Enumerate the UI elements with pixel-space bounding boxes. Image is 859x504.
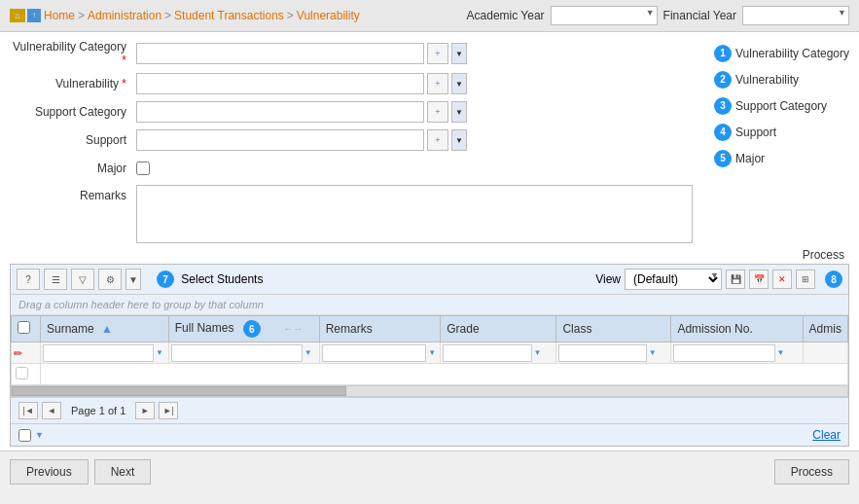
- filter-dropdown-admissionno[interactable]: ▼: [777, 348, 785, 357]
- support-category-dropdown-btn[interactable]: ▼: [451, 101, 467, 123]
- vulnerability-category-add-btn[interactable]: +: [427, 43, 448, 64]
- annotation-label-3: Support Category: [735, 99, 827, 113]
- filter-admissionno-cell: ▼: [671, 342, 803, 364]
- badge-3: 3: [714, 97, 732, 115]
- toolbar-list-btn[interactable]: ☰: [44, 269, 67, 290]
- filter-class-input[interactable]: [558, 344, 646, 362]
- remarks-label: Remarks: [10, 185, 136, 202]
- table-wrapper[interactable]: Surname ▲ Full Names 6 ←→ Remarks Grade …: [11, 315, 848, 385]
- financial-year-select[interactable]: [742, 6, 849, 25]
- bottom-filter-icon[interactable]: ▼: [35, 430, 44, 440]
- breadcrumb-sep3: >: [287, 9, 294, 22]
- horizontal-scrollbar[interactable]: [11, 385, 848, 397]
- support-input[interactable]: [136, 129, 424, 151]
- breadcrumb-sep2: >: [164, 9, 171, 22]
- next-button[interactable]: Next: [94, 459, 152, 485]
- prev-page-btn[interactable]: ◄: [42, 402, 61, 419]
- breadcrumb-home[interactable]: Home: [44, 9, 75, 22]
- toolbar-delete-btn[interactable]: ✕: [772, 270, 792, 289]
- toolbar-settings-btn[interactable]: ⚙: [98, 269, 122, 290]
- toolbar-save-btn[interactable]: 💾: [726, 270, 745, 289]
- annotations: 1 Vulnerability Category 2 Vulnerability…: [693, 40, 849, 248]
- toolbar-filter-btn[interactable]: ▽: [71, 269, 94, 290]
- academic-year-wrap: [551, 6, 658, 25]
- grid-toolbar: ? ☰ ▽ ⚙ ▼ 7 Select Students View (Defaul…: [11, 265, 848, 295]
- select-all-checkbox[interactable]: [18, 321, 30, 334]
- financial-year-label: Financial Year: [663, 9, 736, 22]
- filter-admis-cell: [803, 342, 847, 364]
- main-content: Vulnerability Category * + ▼ Vulnerabili…: [0, 32, 859, 450]
- badge-7: 7: [157, 270, 174, 288]
- remarks-textarea[interactable]: [136, 185, 693, 243]
- process-button[interactable]: Process: [774, 459, 849, 485]
- col-admis[interactable]: Admis: [803, 316, 847, 342]
- col-grade[interactable]: Grade: [441, 316, 556, 342]
- support-row: Support + ▼: [10, 128, 693, 152]
- vulnerability-input[interactable]: [136, 73, 424, 94]
- filter-remarks-cell: ▼: [319, 342, 441, 364]
- major-checkbox[interactable]: [136, 162, 150, 175]
- grid-container: ? ☰ ▽ ⚙ ▼ 7 Select Students View (Defaul…: [10, 264, 849, 447]
- bottom-checkbox[interactable]: [18, 429, 31, 442]
- support-dropdown-btn[interactable]: ▼: [451, 129, 467, 151]
- vulnerability-add-btn[interactable]: +: [427, 73, 448, 94]
- badge-6: 6: [243, 320, 261, 338]
- toolbar-grid-btn[interactable]: ⊞: [796, 270, 815, 289]
- vulnerability-dropdown-btn[interactable]: ▼: [451, 73, 467, 94]
- support-control: + ▼: [136, 129, 467, 151]
- col-class[interactable]: Class: [556, 316, 671, 342]
- breadcrumb-vulnerability: Vulnerability: [297, 9, 360, 22]
- toolbar-calendar-btn[interactable]: 📅: [749, 270, 769, 289]
- filter-eraser-icon[interactable]: ✏: [14, 347, 22, 359]
- vulnerability-category-input[interactable]: [136, 43, 424, 64]
- support-category-label: Support Category: [10, 105, 136, 119]
- toolbar-help-btn[interactable]: ?: [17, 269, 40, 290]
- empty-row-checkbox[interactable]: [16, 367, 28, 379]
- support-category-input[interactable]: [136, 101, 424, 123]
- filter-dropdown-class[interactable]: ▼: [649, 348, 657, 357]
- filter-dropdown-fullnames[interactable]: ▼: [304, 348, 312, 357]
- col-surname[interactable]: Surname ▲: [41, 316, 169, 342]
- support-add-btn[interactable]: +: [427, 129, 448, 151]
- col-fullnames[interactable]: Full Names 6 ←→: [168, 316, 319, 342]
- previous-button[interactable]: Previous: [10, 459, 89, 485]
- academic-year-select[interactable]: [551, 6, 658, 25]
- breadcrumb-student-transactions[interactable]: Student Transactions: [174, 9, 284, 22]
- table-row-empty: [12, 364, 848, 385]
- next-page-btn[interactable]: ►: [135, 402, 155, 419]
- col-admission-no[interactable]: Admission No.: [671, 316, 803, 342]
- support-category-add-btn[interactable]: +: [427, 101, 448, 123]
- filter-fullnames-input[interactable]: [171, 344, 303, 362]
- filter-admissionno-input[interactable]: [673, 344, 774, 362]
- filter-row: ✏ ▼ ▼: [12, 342, 848, 364]
- view-select[interactable]: (Default): [625, 269, 722, 290]
- col-remarks[interactable]: Remarks: [319, 316, 441, 342]
- vulnerability-category-dropdown-btn[interactable]: ▼: [451, 43, 467, 64]
- vulnerability-category-label: Vulnerability Category *: [10, 40, 136, 67]
- badge-5: 5: [714, 150, 732, 167]
- clear-link[interactable]: Clear: [812, 428, 841, 442]
- first-page-btn[interactable]: |◄: [18, 402, 38, 419]
- process-label-top: Process: [10, 248, 849, 264]
- filter-dropdown-grade[interactable]: ▼: [534, 348, 542, 357]
- empty-checkbox-cell: [12, 364, 41, 385]
- remarks-row: Remarks: [10, 185, 693, 243]
- annotation-label-2: Vulnerability: [735, 73, 799, 87]
- vulnerability-row: Vulnerability * + ▼: [10, 72, 693, 95]
- filter-surname-cell: ▼: [41, 342, 169, 364]
- support-category-row: Support Category + ▼: [10, 100, 693, 124]
- annotation-row-5: 5 Major: [708, 145, 849, 171]
- toolbar-dropdown-btn[interactable]: ▼: [125, 269, 141, 290]
- filter-grade-input[interactable]: [443, 344, 531, 362]
- breadcrumb-administration[interactable]: Administration: [88, 9, 161, 22]
- filter-remarks-input[interactable]: [322, 344, 427, 362]
- filter-dropdown-surname[interactable]: ▼: [156, 348, 163, 357]
- filter-dropdown-remarks[interactable]: ▼: [428, 348, 436, 357]
- filter-surname-input[interactable]: [43, 344, 154, 362]
- vulnerability-category-row: Vulnerability Category * + ▼: [10, 40, 693, 67]
- select-students-label: 7 Select Students: [151, 270, 263, 288]
- col-checkbox[interactable]: [12, 316, 41, 342]
- last-page-btn[interactable]: ►|: [159, 402, 178, 419]
- major-control: [136, 162, 467, 175]
- financial-year-wrap: [742, 6, 849, 25]
